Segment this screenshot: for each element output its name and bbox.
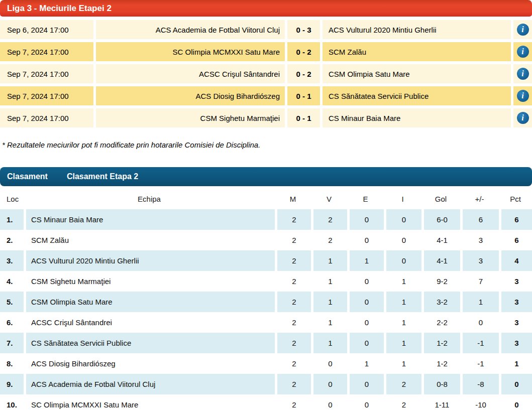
info-icon[interactable]: i: [517, 68, 529, 80]
standing-goal-diff: 7: [460, 271, 499, 292]
standing-team: ACS Diosig Bihardiószeg: [24, 353, 275, 374]
standings-row: 5. CSM Olimpia Satu Mare 2 1 0 1 3-2 1 3: [0, 292, 532, 312]
standing-matches: 2: [275, 250, 311, 271]
match-datetime: Sep 7, 2024 17:00: [0, 42, 93, 61]
standing-goals: 6-0: [421, 209, 460, 230]
standing-goals: 1-11: [421, 394, 460, 415]
matches-title: Liga 3 - Meciurile Etapei 2: [7, 4, 112, 14]
match-score: 0 - 2: [287, 42, 320, 61]
standing-draws: 0: [347, 394, 384, 415]
standings-header-bar: Clasament Clasament Etapa 2: [0, 167, 532, 186]
standing-wins: 2: [311, 230, 347, 250]
standing-goal-diff: -1: [460, 333, 499, 353]
standing-losses: 1: [384, 271, 421, 292]
standing-draws: 1: [347, 250, 384, 271]
standing-matches: 2: [275, 209, 311, 230]
match-score: 0 - 3: [287, 20, 320, 39]
col-matches: M: [275, 188, 311, 209]
standing-team: CS Minaur Baia Mare: [24, 209, 275, 230]
match-row: Sep 6, 2024 17:00 ACS Academia de Fotbal…: [0, 20, 532, 39]
standing-team: ACS Vulturul 2020 Mintiu Gherlii: [24, 250, 275, 271]
tab-clasament[interactable]: Clasament: [7, 172, 48, 181]
standing-rank: 3.: [0, 250, 24, 271]
standing-rank: 10.: [0, 394, 24, 415]
info-icon[interactable]: i: [517, 46, 529, 58]
standing-goals: 2-2: [421, 312, 460, 333]
standing-losses: 2: [384, 394, 421, 415]
info-icon[interactable]: i: [517, 24, 529, 36]
standings-row: 7. CS Sănătatea Servicii Publice 2 1 0 1…: [0, 333, 532, 353]
match-row: Sep 7, 2024 17:00 CSM Sighetu Marmaţiei …: [0, 108, 532, 127]
standing-wins: 1: [311, 333, 347, 353]
standing-draws: 0: [347, 312, 384, 333]
standing-draws: 0: [347, 333, 384, 353]
standing-goal-diff: -1: [460, 353, 499, 374]
match-home-team: ACS Diosig Bihardiószeg: [96, 86, 285, 105]
standing-goal-diff: 3: [460, 230, 499, 250]
match-home-team: ACSC Crişul Sântandrei: [96, 64, 285, 83]
standing-points: 4: [499, 250, 532, 271]
standing-points: 0: [499, 374, 532, 394]
match-datetime: Sep 7, 2024 17:00: [0, 64, 93, 83]
standing-draws: 0: [347, 292, 384, 312]
match-score: 0 - 1: [287, 86, 320, 105]
standing-rank: 2.: [0, 230, 24, 250]
col-goals: Gol: [421, 188, 460, 209]
standing-goals: 1-2: [421, 333, 460, 353]
match-home-team: ACS Academia de Fotbal Viitorul Cluj: [96, 20, 285, 39]
standing-team: SCM Zalău: [24, 230, 275, 250]
standing-goals: 0-8: [421, 374, 460, 394]
standing-goal-diff: 3: [460, 250, 499, 271]
info-icon[interactable]: i: [517, 90, 529, 102]
standing-wins: 1: [311, 292, 347, 312]
col-loc: Loc: [0, 188, 24, 209]
standing-team: ACSC Crişul Sântandrei: [24, 312, 275, 333]
standing-losses: 0: [384, 209, 421, 230]
standing-draws: 0: [347, 209, 384, 230]
standing-wins: 1: [311, 250, 347, 271]
standing-matches: 2: [275, 353, 311, 374]
standing-goal-diff: 1: [460, 292, 499, 312]
standing-losses: 0: [384, 230, 421, 250]
standing-losses: 2: [384, 374, 421, 394]
standing-points: 3: [499, 333, 532, 353]
standing-goal-diff: -8: [460, 374, 499, 394]
standing-goal-diff: -10: [460, 394, 499, 415]
standing-rank: 6.: [0, 312, 24, 333]
col-goal-diff: +/-: [460, 188, 499, 209]
match-away-team: SCM Zalău: [323, 42, 511, 61]
standings-row: 1. CS Minaur Baia Mare 2 2 0 0 6-0 6 6: [0, 209, 532, 230]
standing-team: SC Olimpia MCMXXI Satu Mare: [24, 394, 275, 415]
standing-draws: 0: [347, 271, 384, 292]
match-info-cell: i: [513, 20, 532, 39]
standing-wins: 1: [311, 271, 347, 292]
match-info-cell: i: [513, 64, 532, 83]
match-score: 0 - 1: [287, 108, 320, 127]
tab-clasament-etapa-2[interactable]: Clasament Etapa 2: [67, 172, 138, 181]
standing-wins: 2: [311, 209, 347, 230]
standing-losses: 1: [384, 312, 421, 333]
info-icon[interactable]: i: [517, 112, 529, 124]
standing-draws: 1: [347, 353, 384, 374]
standing-rank: 8.: [0, 353, 24, 374]
standing-rank: 7.: [0, 333, 24, 353]
standing-points: 3: [499, 312, 532, 333]
standing-points: 3: [499, 271, 532, 292]
standing-matches: 2: [275, 333, 311, 353]
standing-points: 0: [499, 394, 532, 415]
standing-goals: 3-2: [421, 292, 460, 312]
match-away-team: ACS Vulturul 2020 Mintiu Gherlii: [323, 20, 511, 39]
standings-header-row: Loc Echipa M V E I Gol +/- Pct: [0, 188, 532, 209]
standing-team: CSM Olimpia Satu Mare: [24, 292, 275, 312]
page: Liga 3 - Meciurile Etapei 2 Sep 6, 2024 …: [0, 0, 532, 415]
match-row: Sep 7, 2024 17:00 ACSC Crişul Sântandrei…: [0, 64, 532, 83]
match-datetime: Sep 7, 2024 17:00: [0, 108, 93, 127]
standing-rank: 9.: [0, 374, 24, 394]
standing-points: 6: [499, 230, 532, 250]
standing-team: CSM Sighetu Marmaţiei: [24, 271, 275, 292]
match-away-team: CS Sănătatea Servicii Publice: [323, 86, 511, 105]
standing-matches: 2: [275, 292, 311, 312]
standings-body: 1. CS Minaur Baia Mare 2 2 0 0 6-0 6 6 2…: [0, 209, 532, 415]
match-info-cell: i: [513, 86, 532, 105]
col-echipa: Echipa: [24, 188, 275, 209]
